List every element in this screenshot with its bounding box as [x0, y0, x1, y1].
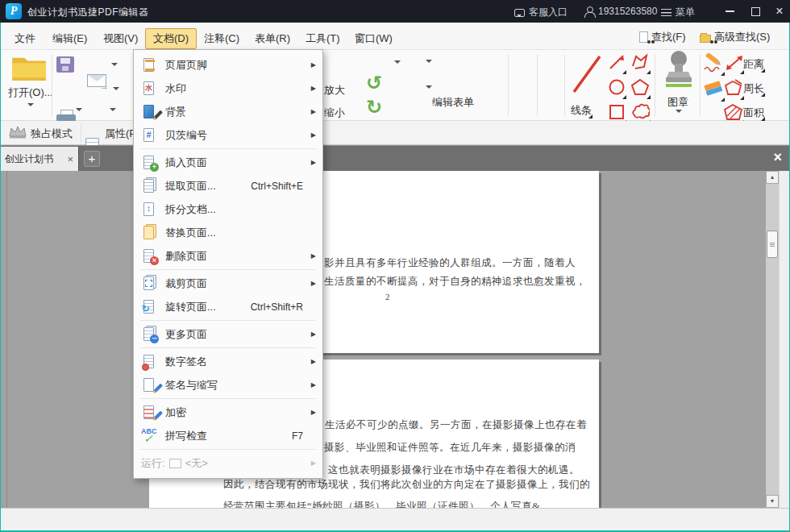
- perimeter-label[interactable]: 周长: [743, 81, 764, 96]
- add-content-caret[interactable]: [426, 85, 432, 92]
- submenu-arrow-icon: ▶: [308, 409, 316, 416]
- cloud-dropdown-caret[interactable]: [113, 87, 119, 94]
- scroll-up-icon[interactable]: ▲: [766, 171, 779, 184]
- run-value: <无>: [185, 456, 208, 471]
- menu-item-extract-pages[interactable]: 提取页面... Ctrl+Shift+E: [134, 174, 322, 197]
- submenu-arrow-icon: ▶: [308, 131, 316, 139]
- chat-bubble-icon: [514, 9, 525, 17]
- email-dropdown-caret[interactable]: [111, 63, 118, 69]
- menu-item-replace-pages[interactable]: 替换页面...: [134, 221, 322, 244]
- maximize-button[interactable]: [743, 0, 767, 23]
- stamp-caret[interactable]: [676, 110, 682, 116]
- titlebar: P 创业计划书迅捷PDF编辑器 客服入口 19315263580 菜单 ×: [0, 0, 790, 23]
- rotate-ccw-button[interactable]: ↺: [366, 73, 382, 94]
- menu-tools[interactable]: 工具(T): [297, 28, 348, 49]
- menu-item-run: 运行: <无> ▶: [134, 451, 322, 475]
- right-panel-strip: [779, 171, 790, 508]
- menu-window[interactable]: 窗口(W): [347, 28, 401, 49]
- find-button[interactable]: 查找(F): [639, 30, 686, 44]
- perimeter-tool-icon[interactable]: [724, 79, 743, 99]
- shortcut-label: F7: [292, 430, 303, 442]
- background-icon: [141, 103, 158, 120]
- submenu-arrow-icon: ▶: [308, 108, 316, 115]
- scrollbar-thumb[interactable]: [767, 231, 778, 258]
- zoom-tool-caret[interactable]: [394, 60, 401, 67]
- app-menu-button[interactable]: 菜单: [661, 6, 695, 19]
- menu-item-encrypt[interactable]: 加密▶: [134, 401, 322, 424]
- account-button[interactable]: 19315263580: [584, 6, 657, 17]
- bates-numbering-icon: #: [141, 127, 158, 143]
- menu-item-more-pages[interactable]: ··· 更多页面▶: [134, 322, 322, 346]
- lines-label[interactable]: 线条: [571, 103, 592, 118]
- advanced-find-icon: [700, 35, 711, 43]
- edit-form-label: 编辑表单: [432, 95, 474, 110]
- find-icon: [639, 31, 648, 43]
- header-footer-icon: [141, 56, 158, 73]
- statusbar: 选项... W: 210.0mm H: 297.0mm X: 180.0mm Y…: [0, 508, 790, 530]
- export-dropdown-caret[interactable]: [76, 108, 82, 114]
- new-tab-button[interactable]: +: [84, 151, 100, 167]
- stamp-button[interactable]: 图章: [661, 50, 696, 96]
- close-document-button[interactable]: ×: [773, 149, 782, 166]
- pentagon-tool-button[interactable]: [630, 78, 650, 98]
- menu-item-crop-pages[interactable]: 裁剪页面▶: [134, 272, 322, 295]
- menu-item-header-footer[interactable]: 页眉页脚▶: [134, 53, 322, 77]
- rotate-pages-icon: ↻: [141, 298, 158, 315]
- replace-pages-icon: [141, 224, 158, 241]
- zoom-out-label[interactable]: 缩小: [324, 106, 345, 120]
- menu-view[interactable]: 视图(V): [95, 28, 146, 49]
- polyline-tool-button[interactable]: [630, 53, 650, 73]
- document-menu-dropdown: 页眉页脚▶ 水 水印▶ 背景▶ # 贝茨编号▶ + 插入页面▶ 提取页面... …: [133, 49, 323, 479]
- page1-text-line1: 影并且具有多年行业经验的人群组成。一方面，随着人: [324, 256, 576, 270]
- menu-form[interactable]: 表单(R): [247, 28, 298, 49]
- menu-item-rotate-pages[interactable]: ↻ 旋转页面... Ctrl+Shift+R: [134, 295, 322, 318]
- menu-edit[interactable]: 编辑(E): [44, 28, 95, 49]
- delete-pages-icon: ×: [141, 247, 158, 264]
- arrow-tool-button[interactable]: [608, 53, 626, 73]
- menu-document[interactable]: 文档(D): [145, 28, 197, 49]
- advanced-find-button[interactable]: 高级查找(S): [700, 30, 770, 44]
- close-button[interactable]: ×: [767, 0, 790, 23]
- exclusive-mode-button[interactable]: 独占模式: [31, 127, 73, 141]
- page1-text-line2: 生活质量的不断提高，对于自身的精神追求也愈发重视，: [324, 275, 586, 289]
- support-entry-button[interactable]: 客服入口: [514, 6, 568, 19]
- menu-item-delete-pages[interactable]: × 删除页面▶: [134, 244, 322, 268]
- document-viewport[interactable]: 影并且具有多年行业经验的人群组成。一方面，随着人 生活质量的不断提高，对于自身的…: [0, 171, 790, 508]
- minimize-button[interactable]: [717, 0, 742, 23]
- edit-object-caret[interactable]: [426, 60, 432, 66]
- vertical-scrollbar[interactable]: ▲ ▼: [766, 171, 779, 508]
- distance-label[interactable]: 距离: [743, 57, 764, 72]
- tab-document[interactable]: 创业计划书 ×: [0, 147, 79, 172]
- distance-tool-icon[interactable]: [726, 55, 743, 73]
- tabbar: 创业计划书 × + ×: [0, 145, 790, 171]
- zoom-in-label[interactable]: 放大: [324, 83, 345, 98]
- menu-item-bates-numbering[interactable]: # 贝茨编号▶: [134, 123, 322, 147]
- submenu-arrow-icon: ▶: [308, 61, 316, 69]
- new-document-dropdown-caret[interactable]: [110, 108, 116, 114]
- page2-text-line2: 摄影、毕业照和证件照等。在近几年来，摄影摄像的消: [324, 441, 576, 455]
- line-tool-button[interactable]: [569, 50, 605, 99]
- tab-close-icon[interactable]: ×: [67, 153, 73, 165]
- scroll-down-icon[interactable]: ▼: [766, 495, 779, 508]
- email-button[interactable]: [87, 74, 106, 87]
- open-dropdown-caret[interactable]: [27, 103, 34, 110]
- menu-file[interactable]: 文件: [6, 28, 44, 49]
- circle-tool-button[interactable]: [608, 78, 626, 98]
- menu-item-split-document[interactable]: ↕ 拆分文档...: [134, 197, 322, 221]
- app-logo-icon: P: [6, 3, 22, 19]
- menu-comment[interactable]: 注释(C): [196, 28, 247, 49]
- menu-item-spell-check[interactable]: ABC✓ 拼写检查 F7: [134, 424, 322, 447]
- open-button[interactable]: 打开(O)...: [8, 53, 50, 85]
- eraser-button[interactable]: [703, 79, 724, 101]
- rotate-cw-button[interactable]: ↻: [366, 97, 382, 118]
- menu-item-insert-pages[interactable]: + 插入页面▶: [134, 151, 322, 174]
- crop-pages-icon: [141, 275, 158, 292]
- toolbar-secondary: 独占模式 属性(P)...: [0, 121, 790, 145]
- menu-item-digital-signature[interactable]: 数字签名▶: [134, 350, 322, 373]
- pencil-annotate-button[interactable]: [703, 53, 724, 75]
- save-button[interactable]: [56, 56, 74, 73]
- area-label[interactable]: 面积: [743, 106, 764, 120]
- menu-item-sign-initials[interactable]: 签名与缩写▶: [134, 373, 322, 397]
- menu-item-watermark[interactable]: 水 水印▶: [134, 77, 322, 100]
- menu-item-background[interactable]: 背景▶: [134, 100, 322, 123]
